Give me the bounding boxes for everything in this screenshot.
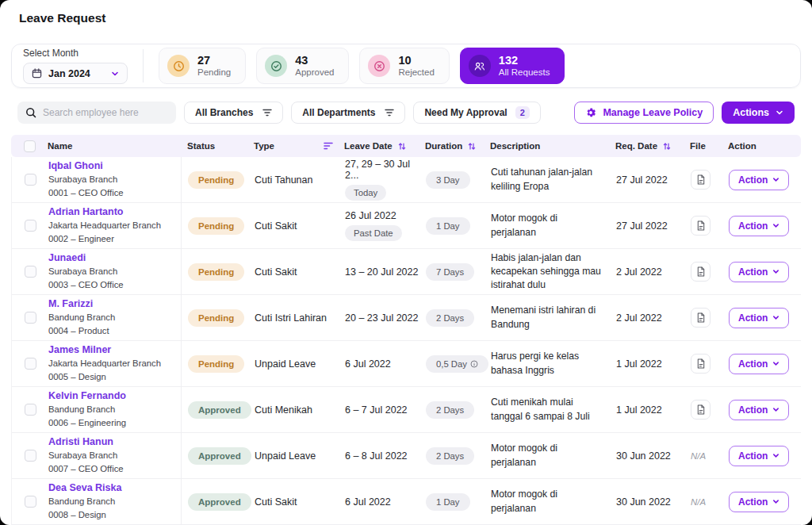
actions-button[interactable]: Actions xyxy=(722,102,795,124)
sort-arrows-icon[interactable] xyxy=(663,142,671,151)
leave-date: 6 Jul 2022 xyxy=(345,496,391,508)
employee-code: 0007 – CEO Office xyxy=(48,463,173,475)
employee-name-link[interactable]: Iqbal Ghoni xyxy=(48,160,173,171)
leave-date: 6 – 8 Jul 2022 xyxy=(345,450,408,462)
table-row: Dea Seva Riska Bandung Branch 0008 – Des… xyxy=(12,479,801,525)
leave-type: Unpaid Leave xyxy=(255,358,345,370)
employee-name-link[interactable]: Junaedi xyxy=(48,252,173,263)
users-icon xyxy=(469,55,491,77)
duration-value: 7 Days xyxy=(436,267,464,277)
stat-card-rejected[interactable]: 10 Rejected xyxy=(359,48,449,84)
duration-cell: 1 Day xyxy=(426,493,491,511)
status-badge: Approved xyxy=(188,401,251,419)
row-checkbox[interactable] xyxy=(25,404,36,416)
table-row: Kelvin Fernando Bandung Branch 0006 – En… xyxy=(12,387,801,433)
table-row: Iqbal Ghoni Surabaya Branch 0001 – CEO O… xyxy=(12,157,801,203)
row-action-button[interactable]: Action xyxy=(729,492,789,512)
stat-value: 10 xyxy=(398,53,434,67)
employee-name-link[interactable]: M. Farizzi xyxy=(48,298,173,309)
row-action-button[interactable]: Action xyxy=(729,308,789,328)
filter-lines-icon[interactable] xyxy=(324,142,333,150)
file-attachment-button[interactable] xyxy=(691,400,710,420)
chevron-down-icon xyxy=(772,268,779,275)
row-action-button[interactable]: Action xyxy=(729,400,789,420)
row-action-button[interactable]: Action xyxy=(729,216,789,236)
filter-lines-icon xyxy=(262,109,272,117)
leave-type: Cuti Sakit xyxy=(255,220,345,232)
employee-branch: Surabaya Branch xyxy=(48,266,173,278)
filters-panel: Select Month Jan 2024 27 Pending xyxy=(11,44,801,88)
need-my-approval-button[interactable]: Need My Approval 2 xyxy=(413,102,540,124)
row-checkbox[interactable] xyxy=(25,174,36,186)
file-attachment-button[interactable] xyxy=(691,354,710,374)
document-icon xyxy=(696,358,706,369)
gear-icon xyxy=(585,107,596,118)
date-relative-badge: Past Date xyxy=(345,225,402,241)
x-circle-icon xyxy=(368,55,390,77)
sort-arrows-icon[interactable] xyxy=(398,142,406,151)
row-checkbox[interactable] xyxy=(25,358,36,370)
leave-date-cell: 6 Jul 2022 xyxy=(345,358,426,370)
file-attachment-button[interactable] xyxy=(691,262,710,282)
month-select[interactable]: Jan 2024 xyxy=(23,63,128,84)
departments-filter-button[interactable]: All Departments xyxy=(291,102,405,124)
employee-name-link[interactable]: Kelvin Fernando xyxy=(48,390,173,401)
status-badge: Pending xyxy=(188,217,244,235)
leave-date: 6 Jul 2022 xyxy=(345,358,391,370)
file-cell xyxy=(691,400,729,420)
chevron-down-icon xyxy=(772,360,779,367)
employee-code: 0006 – Engineering xyxy=(48,417,173,429)
stat-label: All Requests xyxy=(499,67,550,79)
employee-name-link[interactable]: Dea Seva Riska xyxy=(48,482,173,493)
row-action-button[interactable]: Action xyxy=(729,446,789,466)
row-action-button[interactable]: Action xyxy=(729,354,789,374)
employee-code: 0004 – Product xyxy=(48,325,173,337)
clock-icon xyxy=(167,55,190,77)
description: Menemani istri lahiran di Bandung xyxy=(491,304,616,331)
select-all-checkbox[interactable] xyxy=(24,140,36,152)
file-attachment-button[interactable] xyxy=(691,216,710,236)
employee-cell: Dea Seva Riska Bandung Branch 0008 – Des… xyxy=(47,479,182,524)
request-date: 27 Jul 2022 xyxy=(616,220,691,232)
select-month-label: Select Month xyxy=(23,48,128,59)
search-box xyxy=(17,102,176,124)
branches-filter-button[interactable]: All Branches xyxy=(184,102,283,124)
file-attachment-button[interactable] xyxy=(691,308,710,328)
row-checkbox[interactable] xyxy=(25,266,36,278)
employee-name-link[interactable]: James Milner xyxy=(48,344,173,355)
employee-cell: M. Farizzi Bandung Branch 0004 – Product xyxy=(47,295,182,340)
leave-date-cell: 6 – 8 Jul 2022 xyxy=(345,450,426,462)
table-header-row: Name Status Type Leave Date Duration xyxy=(11,135,801,157)
sort-arrows-icon[interactable] xyxy=(468,142,476,151)
leave-type: Cuti Tahunan xyxy=(255,174,345,186)
file-attachment-button[interactable] xyxy=(691,170,710,190)
document-icon xyxy=(696,404,706,415)
description: Harus pergi ke kelas bahasa Inggris xyxy=(491,350,616,377)
row-action-button[interactable]: Action xyxy=(729,170,789,190)
row-checkbox[interactable] xyxy=(25,312,36,324)
row-action-button[interactable]: Action xyxy=(729,262,789,282)
manage-leave-policy-button[interactable]: Manage Leave Policy xyxy=(574,102,714,124)
duration-value: 1 Day xyxy=(436,221,460,231)
header-leave-date: Leave Date xyxy=(344,141,425,151)
leave-date-cell: 27, 29 – 30 Jul 2... Today xyxy=(345,159,426,201)
row-checkbox[interactable] xyxy=(25,496,36,508)
row-checkbox[interactable] xyxy=(25,220,36,232)
leave-date: 6 – 7 Jul 2022 xyxy=(345,404,408,416)
request-date: 30 Jun 2022 xyxy=(616,496,691,508)
employee-name-link[interactable]: Adristi Hanun xyxy=(48,436,173,447)
chevron-down-icon xyxy=(776,109,783,117)
calendar-icon xyxy=(32,68,42,79)
employee-name-link[interactable]: Adrian Hartanto xyxy=(48,206,173,217)
search-input[interactable] xyxy=(43,107,168,118)
leave-date: 26 Jul 2022 xyxy=(345,210,396,221)
row-checkbox[interactable] xyxy=(25,450,36,462)
stat-card-pending[interactable]: 27 Pending xyxy=(159,48,246,84)
leave-date-cell: 26 Jul 2022 Past Date xyxy=(345,210,426,241)
stat-card-all-requests[interactable]: 132 All Requests xyxy=(460,48,565,84)
stat-card-approved[interactable]: 43 Approved xyxy=(256,48,349,84)
info-icon xyxy=(470,360,478,368)
duration-value: 2 Days xyxy=(436,451,464,461)
leave-type: Cuti Sakit xyxy=(255,266,345,278)
employee-code: 0001 – CEO Office xyxy=(48,187,173,199)
